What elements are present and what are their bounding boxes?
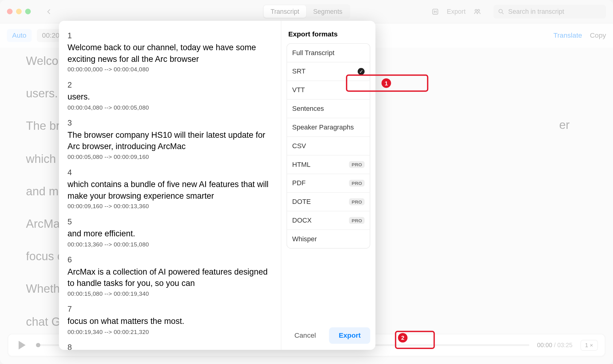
subtitle-index: 4	[68, 168, 272, 177]
format-option-docx[interactable]: DOCXPRO	[287, 211, 370, 230]
format-option-csv[interactable]: CSV	[287, 137, 370, 156]
format-label: VTT	[292, 86, 305, 94]
subtitle-index: 1	[68, 31, 272, 40]
export-dialog: 1Welcome back to our channel, today we h…	[59, 21, 375, 350]
format-label: SRT	[292, 68, 305, 75]
subtitle-index: 2	[68, 81, 272, 90]
pro-badge: PRO	[349, 161, 365, 168]
format-label: DOCX	[292, 216, 311, 224]
format-label: Whisper	[292, 235, 317, 243]
format-label: CSV	[292, 142, 306, 150]
pro-badge: PRO	[349, 180, 365, 187]
export-button[interactable]: Export	[329, 327, 370, 344]
export-formats-list: Full TranscriptSRT✓VTTSentencesSpeaker P…	[287, 43, 370, 248]
pro-badge: PRO	[349, 198, 365, 205]
format-option-srt[interactable]: SRT✓	[287, 62, 370, 81]
subtitle-text: which contains a bundle of five new AI f…	[68, 179, 272, 202]
subtitle-timecode: 00:00:04,080 --> 00:00:05,080	[68, 104, 272, 111]
export-formats-title: Export formats	[287, 30, 370, 38]
format-label: DOTE	[292, 198, 311, 205]
subtitle-text: users.	[68, 92, 272, 103]
check-icon: ✓	[358, 68, 365, 75]
subtitle-timecode: 00:00:13,360 --> 00:00:15,080	[68, 241, 272, 247]
annotation-badge-2: 2	[398, 333, 407, 343]
subtitle-timecode: 00:00:09,160 --> 00:00:13,360	[68, 203, 272, 210]
pro-badge: PRO	[349, 217, 365, 224]
format-option-dote[interactable]: DOTEPRO	[287, 193, 370, 211]
format-option-pdf[interactable]: PDFPRO	[287, 174, 370, 193]
subtitle-text: focus on what matters the most.	[68, 316, 272, 327]
format-label: Speaker Paragraphs	[292, 123, 354, 131]
format-label: HTML	[292, 161, 310, 168]
subtitle-entry: 3The browser company HS10 will their lat…	[68, 118, 272, 160]
format-option-sentences[interactable]: Sentences	[287, 99, 370, 118]
format-option-whisper[interactable]: Whisper	[287, 230, 370, 248]
export-preview-panel: 1Welcome back to our channel, today we h…	[59, 21, 281, 350]
subtitle-entry: 1Welcome back to our channel, today we h…	[68, 31, 272, 73]
subtitle-index: 8	[68, 343, 272, 350]
format-option-full-transcript[interactable]: Full Transcript	[287, 44, 370, 62]
subtitle-entry: 5and more efficient.00:00:13,360 --> 00:…	[68, 217, 272, 247]
subtitle-index: 5	[68, 217, 272, 227]
subtitle-text: The browser company HS10 will their late…	[68, 129, 272, 152]
subtitle-text: ArcMax is a collection of AI powered fea…	[68, 266, 272, 289]
cancel-button[interactable]: Cancel	[287, 327, 324, 344]
format-label: Sentences	[292, 105, 324, 112]
subtitle-entry: 8	[68, 343, 272, 350]
subtitle-text: Welcome back to our channel, today we ha…	[68, 42, 272, 65]
subtitle-entry: 6ArcMax is a collection of AI powered fe…	[68, 255, 272, 297]
subtitle-timecode: 00:00:15,080 --> 00:00:19,340	[68, 291, 272, 297]
subtitle-index: 7	[68, 305, 272, 314]
subtitle-text: and more efficient.	[68, 228, 272, 240]
subtitle-index: 6	[68, 255, 272, 265]
format-label: PDF	[292, 179, 306, 187]
subtitle-entry: 2users.00:00:04,080 --> 00:00:05,080	[68, 81, 272, 111]
subtitle-timecode: 00:00:05,080 --> 00:00:09,160	[68, 154, 272, 160]
format-option-html[interactable]: HTMLPRO	[287, 156, 370, 174]
subtitle-timecode: 00:00:19,340 --> 00:00:21,320	[68, 328, 272, 335]
subtitle-index: 3	[68, 118, 272, 128]
subtitle-timecode: 00:00:00,000 --> 00:00:04,080	[68, 66, 272, 73]
annotation-badge-1: 1	[382, 78, 391, 88]
subtitle-entry: 4which contains a bundle of five new AI …	[68, 168, 272, 210]
format-option-vtt[interactable]: VTT	[287, 81, 370, 99]
subtitle-entry: 7focus on what matters the most.00:00:19…	[68, 305, 272, 335]
export-options-panel: Export formats Full TranscriptSRT✓VTTSen…	[281, 21, 375, 350]
format-label: Full Transcript	[292, 49, 334, 57]
format-option-speaker-paragraphs[interactable]: Speaker Paragraphs	[287, 118, 370, 137]
